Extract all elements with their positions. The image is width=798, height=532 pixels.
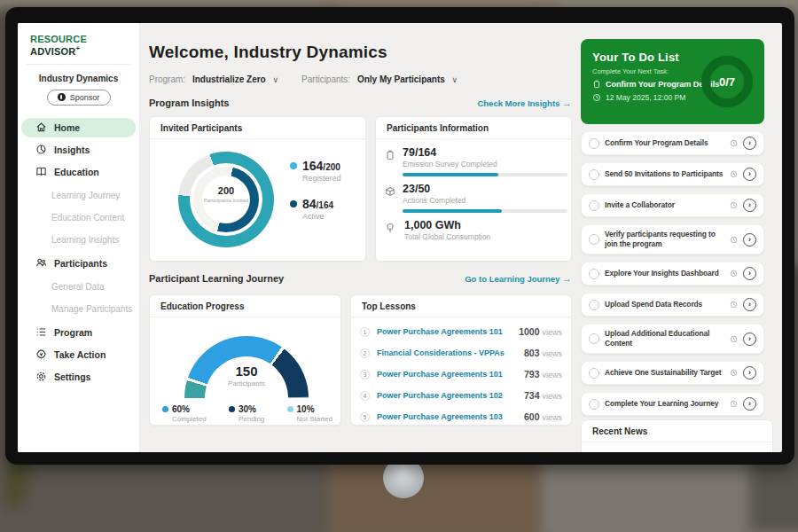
sidebar-item-general-data[interactable]: General Data [18,276,139,298]
app-logo: RESOURCE ADVISOR+ [18,23,139,64]
org-name: Industry Dynamics [18,74,139,83]
sidebar-item-manage-participants[interactable]: Manage Participants [18,298,139,320]
education-gauge-center: 150 Participants [184,364,309,387]
registered-dot-icon [290,162,297,169]
task-go-button[interactable]: › [743,137,756,150]
task-checkbox[interactable] [589,399,599,410]
recent-news-title: Recent News [582,420,772,442]
task-label: Upload Additional Educational Content [605,329,724,348]
clock-icon [730,369,738,377]
section-title: Participant Learning Journey [149,273,284,284]
consumption-label: Total Global Consumption [404,232,490,241]
clipboard-icon [592,80,601,89]
lesson-views: 1000views [519,326,562,337]
task-confirm-program-details[interactable]: Confirm Your Program Details › [581,131,764,155]
task-go-button[interactable]: › [743,267,756,280]
lesson-link[interactable]: Power Purchase Agreements 103 [377,412,524,421]
lesson-link[interactable]: Power Purchase Agreements 101 [377,370,524,379]
task-checkbox[interactable] [589,138,599,149]
chevron-down-icon[interactable]: ∨ [452,75,458,84]
arrow-right-icon: → [562,98,572,108]
views-count: 1000 [519,326,539,337]
active-total: /164 [317,200,333,210]
not-started-label: Not Started [297,415,332,423]
views-suffix: views [542,413,562,422]
sidebar-item-label: Insights [54,145,90,155]
section-title: Program Insights [149,98,229,108]
link-label: Check More Insights [477,98,559,108]
clock-icon [730,170,738,178]
task-complete-learning-journey[interactable]: Complete Your Learning Journey › [581,392,764,416]
cube-icon [385,183,395,213]
views-count: 803 [524,348,540,358]
task-checkbox[interactable] [589,368,599,379]
clock-icon [592,93,601,102]
sponsor-badge[interactable]: Sponsor [47,90,111,106]
actions-completed-row: 23/50 Actions Completed [385,183,560,213]
sidebar-item-education[interactable]: Education [21,162,136,182]
task-verify-participants[interactable]: Verify participants requesting to join t… [581,224,764,254]
sidebar-item-insights[interactable]: Insights [21,140,136,160]
chevron-down-icon[interactable]: ∨ [272,75,278,84]
lesson-link[interactable]: Power Purchase Agreements 101 [377,327,519,336]
task-send-invitations[interactable]: Send 50 Invitations to Participants › [581,162,764,186]
sidebar-item-education-content[interactable]: Education Content [18,207,139,229]
legend-item-active: 84/164 Active [290,197,341,221]
todo-due-date-label: 12 May 2025, 12:00 PM [606,93,685,102]
sidebar-item-label: Home [54,122,80,133]
sidebar-item-learning-insights[interactable]: Learning Insights [18,229,139,251]
task-checkbox[interactable] [589,234,599,245]
task-label: Complete Your Learning Journey [605,399,724,409]
card-title: Invited Participants [150,117,365,139]
task-checkbox[interactable] [589,300,599,310]
views-suffix: views [542,349,562,358]
list-icon [35,326,47,338]
task-go-button[interactable]: › [743,199,756,212]
task-upload-educational-content[interactable]: Upload Additional Educational Content › [581,324,764,354]
lesson-row: 2 Financial Considerations - VPPAs 803vi… [360,342,562,364]
task-go-button[interactable]: › [743,168,756,181]
participants-filter[interactable]: Participants: Only My Participants ∨ [301,74,458,84]
task-go-button[interactable]: › [743,397,756,411]
todo-progress-value: 0/7 [719,75,735,89]
task-go-button[interactable]: › [743,366,756,379]
program-insights-header: Program Insights Check More Insights → [149,98,572,108]
consumption-row: 1,000 GWh Total Global Consumption [385,219,560,241]
check-more-insights-link[interactable]: Check More Insights → [477,98,572,108]
lesson-row: 4 Power Purchase Agreements 102 734views [360,385,562,406]
sidebar-item-take-action[interactable]: Take Action [21,345,136,364]
task-go-button[interactable]: › [743,233,756,246]
sponsor-label: Sponsor [70,93,100,102]
go-to-learning-journey-link[interactable]: Go to Learning Journey → [465,273,572,284]
task-upload-spend-data[interactable]: Upload Spend Data Records › [581,293,764,317]
sidebar-item-learning-journey[interactable]: Learning Journey [18,184,139,207]
sidebar-item-program[interactable]: Program [21,323,136,342]
sidebar-item-home[interactable]: Home [21,118,136,137]
lesson-views: 793views [524,369,562,379]
task-achieve-sustainability-target[interactable]: Achieve One Sustainability Target › [581,361,764,385]
task-go-button[interactable]: › [743,332,756,346]
card-title: Participants Information [376,117,571,139]
lesson-link[interactable]: Financial Considerations - VPPAs [377,348,524,357]
task-explore-insights[interactable]: Explore Your Insights Dashboard › [581,262,764,286]
program-filter[interactable]: Program: Industrialize Zero ∨ [149,74,278,84]
task-go-button[interactable]: › [743,298,756,311]
sidebar-item-settings[interactable]: Settings [21,367,136,387]
active-label: Active [302,212,341,221]
dashboard-screen: RESOURCE ADVISOR+ Industry Dynamics Spon… [18,23,782,452]
arrow-right-icon: → [562,273,572,284]
lesson-row: 3 Power Purchase Agreements 101 793views [360,364,562,385]
clipboard-icon [385,146,395,176]
lesson-link[interactable]: Power Purchase Agreements 102 [377,391,524,400]
task-label: Explore Your Insights Dashboard [605,269,724,278]
task-invite-collaborator[interactable]: Invite a Collaborator › [581,193,764,217]
task-checkbox[interactable] [589,169,599,180]
sidebar-item-participants[interactable]: Participants [21,254,136,273]
sidebar-nav: Home Insights Education Learning Journey… [18,118,139,387]
participants-icon [35,257,47,269]
legend-item-completed: 60% Completed [162,404,207,423]
monitor-bezel: RESOURCE ADVISOR+ Industry Dynamics Spon… [5,7,794,465]
task-checkbox[interactable] [589,269,599,279]
task-checkbox[interactable] [589,333,599,344]
task-checkbox[interactable] [589,200,599,211]
